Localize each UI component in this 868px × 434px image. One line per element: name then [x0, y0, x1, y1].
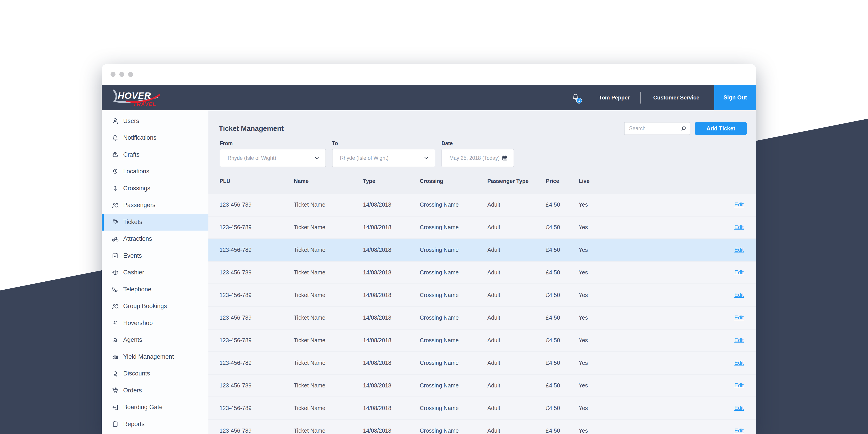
sidebar-item-attractions[interactable]: Attractions: [102, 230, 209, 248]
table-row: 123-456-789 Ticket Name 14/08/2018 Cross…: [209, 352, 756, 374]
cell-passenger-type: Adult: [487, 314, 500, 321]
cell-plu: 123-456-789: [219, 382, 252, 389]
edit-link[interactable]: Edit: [735, 247, 744, 253]
edit-link[interactable]: Edit: [735, 382, 744, 389]
cell-type: 14/08/2018: [363, 314, 391, 321]
sign-out-button[interactable]: Sign Out: [714, 85, 756, 110]
edit-link[interactable]: Edit: [735, 292, 744, 298]
edit-link[interactable]: Edit: [735, 314, 744, 321]
search-box: [624, 122, 690, 135]
bell-icon: [112, 134, 119, 142]
column-header-passenger-type: Passenger Type: [487, 178, 528, 184]
sidebar-item-yield-management[interactable]: Yield Management: [102, 348, 209, 365]
sidebar-item-label: Boarding Gate: [123, 404, 162, 411]
cell-crossing: Crossing Name: [420, 428, 459, 434]
cell-crossing: Crossing Name: [420, 269, 459, 276]
calendar-icon: [501, 155, 508, 161]
cell-crossing: Crossing Name: [420, 202, 459, 208]
sidebar-item-hovershop[interactable]: Hovershop: [102, 315, 209, 332]
table-row: 123-456-789 Ticket Name 14/08/2018 Cross…: [209, 284, 756, 306]
page-header-row: Ticket Management Add Ticket: [219, 122, 747, 135]
cell-passenger-type: Adult: [487, 292, 500, 298]
arrows-v-icon: [112, 184, 119, 192]
cell-name: Ticket Name: [294, 247, 325, 253]
sidebar-item-locations[interactable]: Locations: [102, 163, 209, 180]
window-control-dot[interactable]: [111, 72, 116, 77]
edit-link[interactable]: Edit: [735, 224, 744, 230]
sidebar-item-reports[interactable]: Reports: [102, 416, 209, 433]
cell-price: £4.50: [546, 337, 560, 344]
sidebar-item-label: Telephone: [123, 286, 151, 293]
tag-icon: [112, 218, 119, 226]
sidebar-item-tickets[interactable]: Tickets: [102, 214, 209, 230]
cell-live: Yes: [579, 382, 588, 389]
sidebar-item-discounts[interactable]: Discounts: [102, 365, 209, 382]
cell-name: Ticket Name: [294, 382, 325, 389]
sidebar-item-agents[interactable]: Agents: [102, 332, 209, 348]
sidebar-item-notifications[interactable]: Notifications: [102, 129, 209, 147]
window-control-dot[interactable]: [128, 72, 133, 77]
cell-live: Yes: [579, 292, 588, 298]
phone-icon: [112, 285, 119, 293]
date-picker[interactable]: May 25, 2018 (Today): [441, 149, 514, 167]
add-ticket-button[interactable]: Add Ticket: [695, 122, 747, 135]
sidebar-item-users[interactable]: Users: [102, 113, 209, 129]
pin-icon: [112, 168, 119, 176]
sidebar-nav: Users Notifications Crafts Locations Cro…: [102, 110, 209, 434]
cell-type: 14/08/2018: [363, 292, 391, 298]
cell-name: Ticket Name: [294, 337, 325, 344]
sidebar-item-label: Crossings: [123, 185, 150, 192]
table-body: 123-456-789 Ticket Name 14/08/2018 Cross…: [209, 194, 756, 434]
window-control-dot[interactable]: [119, 72, 124, 77]
cell-plu: 123-456-789: [219, 269, 252, 276]
edit-link[interactable]: Edit: [735, 202, 744, 208]
filter-to: To Rhyde (Isle of Wight): [332, 141, 435, 167]
sidebar-item-crossings[interactable]: Crossings: [102, 180, 209, 197]
from-label: From: [220, 141, 326, 147]
sidebar-item-telephone[interactable]: Telephone: [102, 281, 209, 298]
user-menu[interactable]: Tom Pepper: [599, 94, 630, 101]
edit-link[interactable]: Edit: [735, 405, 744, 411]
cell-name: Ticket Name: [294, 224, 325, 230]
cell-plu: 123-456-789: [219, 292, 252, 298]
customer-service-link[interactable]: Customer Service: [653, 94, 700, 101]
cell-crossing: Crossing Name: [420, 292, 459, 298]
sidebar-item-cashier[interactable]: Cashier: [102, 264, 209, 281]
sidebar-item-label: Reports: [123, 421, 145, 428]
notification-badge: 1: [576, 98, 582, 103]
date-value: May 25, 2018 (Today): [450, 155, 500, 161]
sidebar-item-events[interactable]: Events: [102, 247, 209, 264]
edit-link[interactable]: Edit: [735, 428, 744, 434]
cell-name: Ticket Name: [294, 202, 325, 208]
chart-icon: [112, 353, 119, 361]
cell-live: Yes: [579, 314, 588, 321]
sidebar-item-boarding-gate[interactable]: Boarding Gate: [102, 399, 209, 416]
sidebar-item-group-bookings[interactable]: Group Bookings: [102, 298, 209, 315]
cell-price: £4.50: [546, 292, 560, 298]
cell-plu: 123-456-789: [219, 337, 252, 344]
app-header: HOVER TRAVEL 1 Tom Pepper Customer Servi…: [102, 85, 756, 110]
edit-link[interactable]: Edit: [735, 337, 744, 343]
clipboard-icon: [112, 420, 119, 428]
sidebar-item-orders[interactable]: Orders: [102, 382, 209, 399]
to-dropdown[interactable]: Rhyde (Isle of Wight): [332, 149, 435, 167]
cell-name: Ticket Name: [294, 360, 325, 366]
sidebar-item-crafts[interactable]: Crafts: [102, 146, 209, 163]
window-titlebar: [102, 64, 756, 85]
notifications-bell-button[interactable]: 1: [571, 93, 580, 103]
table-row: 123-456-789 Ticket Name 14/08/2018 Cross…: [209, 330, 756, 351]
chevron-down-icon: [314, 155, 320, 161]
cell-passenger-type: Adult: [487, 247, 500, 253]
sidebar-item-passengers[interactable]: Passengers: [102, 197, 209, 214]
from-dropdown[interactable]: Rhyde (Isle of Wight): [220, 149, 326, 167]
cell-live: Yes: [579, 337, 588, 344]
column-header-name: Name: [294, 178, 309, 184]
edit-link[interactable]: Edit: [735, 360, 744, 366]
table-row: 123-456-789 Ticket Name 14/08/2018 Cross…: [209, 307, 756, 329]
cell-type: 14/08/2018: [363, 247, 391, 253]
main-content: Ticket Management Add Ticket From Rhyde …: [209, 110, 756, 434]
cell-passenger-type: Adult: [487, 382, 500, 389]
cell-type: 14/08/2018: [363, 382, 391, 389]
edit-link[interactable]: Edit: [735, 269, 744, 276]
sidebar-item-label: Group Bookings: [123, 303, 167, 310]
